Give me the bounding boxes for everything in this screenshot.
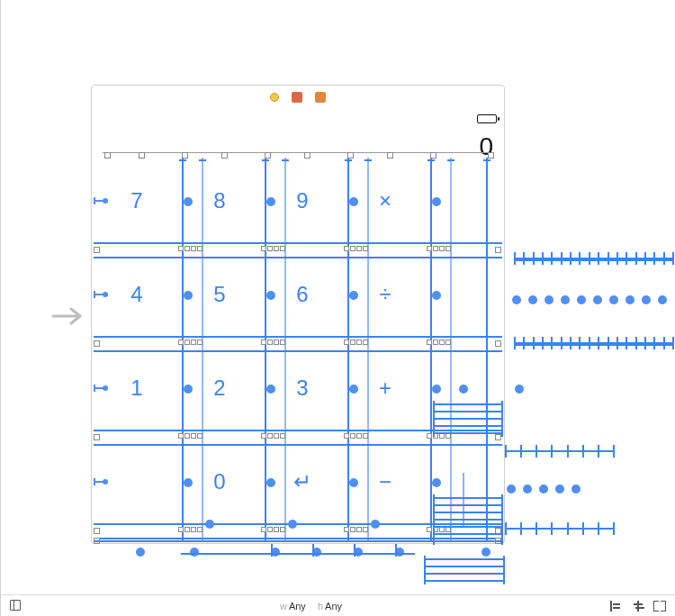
align-icon[interactable] — [610, 601, 623, 611]
constraint-dot-icon — [515, 385, 524, 394]
constraint-cap — [345, 159, 352, 161]
key-8[interactable]: 8 — [191, 181, 248, 221]
scene-icon-first-responder — [292, 92, 302, 103]
selection-handle[interactable] — [94, 340, 100, 347]
constraint-cap — [364, 159, 372, 161]
selection-handle-multi[interactable] — [178, 246, 202, 251]
overflow-rails-row4 — [433, 497, 503, 542]
vertical-constraint-guide — [312, 544, 314, 557]
overflow-dots-mid — [507, 485, 580, 494]
key-plus[interactable]: + — [356, 368, 414, 408]
constraint-cap — [483, 159, 490, 161]
key-3[interactable]: 3 — [274, 368, 331, 408]
initial-vc-arrow-icon — [51, 306, 82, 326]
selection-handle-multi[interactable] — [427, 340, 451, 345]
selection-handle-multi[interactable] — [344, 433, 368, 439]
selection-handle-multi[interactable] — [178, 340, 202, 345]
selection-handle-multi[interactable] — [178, 433, 202, 439]
overflow-rails-below — [424, 558, 505, 582]
overflow-dots-top — [512, 295, 667, 304]
overflow-ticks-mid — [505, 445, 613, 459]
view-controller-frame[interactable]: 0 789×456÷123+0↵− — [91, 85, 505, 544]
overflow-rails-row3 — [433, 403, 503, 434]
leading-pin-icon — [94, 291, 104, 298]
horizontal-constraint-guide — [94, 350, 502, 352]
leading-pin-icon — [94, 197, 104, 204]
scene-icon-circle — [270, 93, 279, 102]
selection-handle[interactable] — [221, 152, 228, 159]
selection-handle[interactable] — [94, 528, 100, 534]
horizontal-constraint-guide — [94, 242, 502, 244]
horizontal-constraint-guide — [94, 444, 502, 446]
editor-bottom-bar: wAny hAny — [1, 594, 675, 616]
selection-handle[interactable] — [488, 152, 494, 159]
key-2[interactable]: 2 — [191, 368, 248, 408]
selection-handle[interactable] — [139, 152, 145, 159]
key-5[interactable]: 5 — [191, 275, 248, 314]
constraint-dot-icon — [190, 548, 199, 557]
pin-icon[interactable] — [632, 601, 644, 611]
key-enter[interactable]: ↵ — [274, 462, 331, 502]
selection-handle-multi[interactable] — [261, 433, 285, 439]
constraint-dot-icon — [371, 520, 380, 529]
scene-title-bar — [92, 86, 504, 109]
key-blank-r2c4 — [439, 368, 497, 408]
key-equal[interactable] — [439, 462, 497, 502]
selection-handle[interactable] — [304, 152, 310, 159]
key-9[interactable]: 9 — [274, 181, 331, 221]
scene-icon-exit — [315, 92, 326, 103]
selection-handle[interactable] — [495, 340, 501, 347]
key-divide[interactable]: ÷ — [356, 275, 414, 314]
constraint-dot-icon — [459, 385, 468, 394]
horizontal-constraint-guide — [181, 553, 415, 555]
leading-pin-icon — [94, 385, 104, 392]
selection-handle[interactable] — [265, 152, 271, 159]
selection-handle-multi[interactable] — [427, 246, 451, 251]
selection-handle[interactable] — [347, 152, 354, 159]
constraint-cap — [179, 159, 186, 161]
selection-handle[interactable] — [104, 152, 111, 159]
selection-handle-multi[interactable] — [261, 246, 285, 251]
constraint-dot-icon — [205, 520, 214, 529]
selection-handle[interactable] — [94, 247, 100, 253]
overflow-ticks-top — [514, 252, 672, 267]
resolve-issues-icon[interactable] — [653, 601, 666, 611]
status-bar — [92, 109, 504, 129]
selection-handle-multi[interactable] — [344, 246, 368, 251]
key-minus[interactable]: − — [356, 462, 414, 502]
vertical-constraint-guide — [271, 544, 273, 557]
horizontal-constraint-guide — [94, 257, 502, 258]
key-7[interactable]: 7 — [108, 181, 166, 221]
key-blank-r3c0 — [108, 462, 166, 502]
selection-handle-multi[interactable] — [261, 340, 285, 345]
key-6[interactable]: 6 — [274, 275, 331, 314]
key-blank-r0c4 — [439, 181, 497, 221]
key-1[interactable]: 1 — [108, 368, 166, 408]
constraint-cap — [447, 159, 454, 161]
constraint-cap — [262, 159, 269, 161]
vertical-constraint-guide — [395, 544, 397, 557]
selection-handle-multi[interactable] — [178, 527, 202, 532]
constraint-cap — [199, 159, 206, 161]
constraint-cap — [282, 159, 289, 161]
key-multiply[interactable]: × — [356, 181, 414, 221]
selection-handle[interactable] — [182, 152, 188, 159]
selection-handle[interactable] — [94, 434, 100, 440]
selection-handle[interactable] — [430, 152, 436, 159]
selection-handle[interactable] — [387, 152, 393, 159]
battery-icon — [477, 114, 497, 123]
selection-handle[interactable] — [495, 247, 501, 253]
document-outline-toggle-icon[interactable] — [10, 600, 21, 611]
selection-handle-multi[interactable] — [344, 340, 368, 345]
constraint-dot-icon — [482, 548, 490, 557]
key-blank-r1c4 — [439, 275, 497, 314]
size-class-indicator[interactable]: wAny hAny — [280, 601, 351, 611]
storyboard-canvas[interactable]: 0 789×456÷123+0↵− null — [0, 0, 675, 616]
leading-pin-icon — [94, 478, 104, 485]
selection-handle-multi[interactable] — [344, 527, 368, 532]
selection-handle[interactable] — [495, 434, 501, 440]
selection-handle-multi[interactable] — [261, 527, 285, 532]
keypad-container: 789×456÷123+0↵− — [92, 152, 504, 545]
key-4[interactable]: 4 — [108, 275, 166, 314]
key-0[interactable]: 0 — [191, 462, 248, 502]
